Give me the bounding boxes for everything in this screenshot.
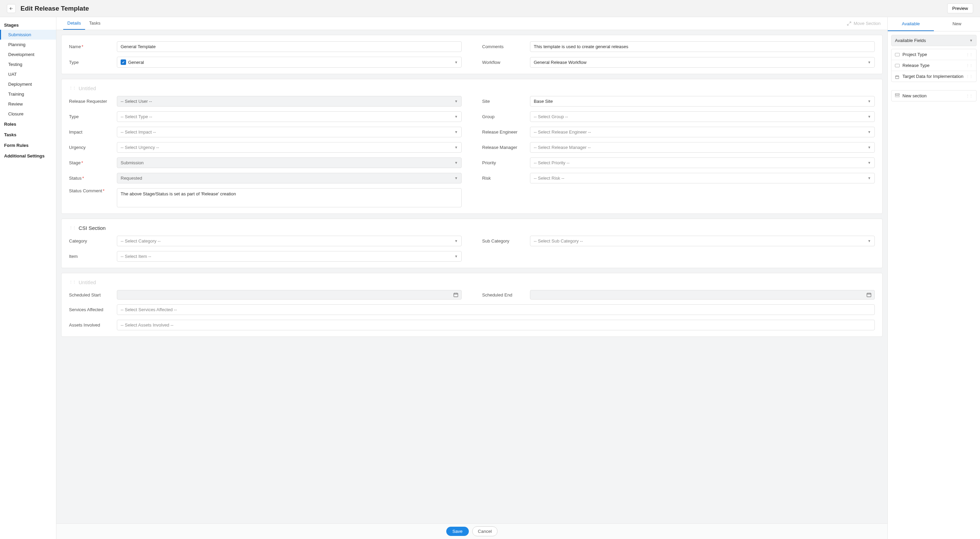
sidebar-item-uat[interactable]: UAT — [0, 69, 56, 79]
select-status[interactable]: Requested ▼ — [117, 173, 461, 183]
drag-handle-icon[interactable]: ⋮⋮ — [966, 94, 973, 98]
select-urgency[interactable]: -- Select Urgency -- ▼ — [117, 142, 461, 153]
right-panel: Available New Available Fields ▼ Project… — [888, 17, 980, 539]
label-scheduled-start: Scheduled Start — [69, 293, 117, 297]
select-item[interactable]: -- Select Item -- ▼ — [117, 251, 461, 262]
select-release-engineer[interactable]: -- Select Release Engineer -- ▼ — [530, 127, 875, 137]
input-services-affected[interactable]: -- Select Services Affected -- — [117, 304, 875, 315]
shield-icon: ✔ — [121, 59, 126, 65]
move-section-button[interactable]: Move Section — [847, 21, 881, 26]
select-release-requester[interactable]: -- Select User -- ▼ — [117, 96, 461, 107]
date-field-icon — [895, 75, 900, 78]
section-title: Untitled — [79, 85, 96, 91]
footer-bar: Save Cancel — [56, 523, 888, 539]
input-scheduled-start[interactable] — [117, 290, 461, 300]
drag-handle-icon[interactable]: ⋮⋮ — [69, 280, 76, 285]
right-tab-new[interactable]: New — [934, 17, 980, 31]
chevron-down-icon: ▼ — [867, 60, 871, 64]
drag-handle-icon[interactable]: ⋮⋮ — [69, 86, 76, 91]
chevron-down-icon: ▼ — [455, 99, 458, 103]
calendar-icon — [453, 292, 458, 297]
section-untitled-2: ⋮⋮ Untitled Scheduled Start Scheduled En… — [61, 273, 883, 337]
select-type[interactable]: ✔General ▼ — [117, 57, 461, 68]
chevron-down-icon: ▼ — [969, 38, 973, 42]
sidebar-item-additional-settings[interactable]: Additional Settings — [0, 151, 56, 161]
field-item-target-data[interactable]: Target Data for Implementation ⋮⋮ — [891, 71, 976, 82]
select-site[interactable]: Base Site ▼ — [530, 96, 875, 107]
drag-handle-icon[interactable]: ⋮⋮ — [966, 52, 973, 56]
section-title-csi: CSI Section — [79, 225, 106, 231]
tab-details[interactable]: Details — [63, 17, 85, 30]
input-assets-involved[interactable]: -- Select Assets Involved -- — [117, 320, 875, 330]
top-header: Edit Release Template Preview — [0, 0, 980, 17]
arrow-left-icon — [9, 6, 14, 11]
chevron-down-icon: ▼ — [455, 239, 458, 243]
sidebar-item-planning[interactable]: Planning — [0, 40, 56, 49]
label-category: Category — [69, 238, 117, 243]
preview-button[interactable]: Preview — [947, 3, 973, 13]
sidebar-item-testing[interactable]: Testing — [0, 59, 56, 69]
back-button[interactable] — [7, 4, 16, 13]
label-workflow: Workflow — [482, 60, 530, 65]
sidebar-item-development[interactable]: Development — [0, 49, 56, 59]
select-type2[interactable]: -- Select Type -- ▼ — [117, 111, 461, 122]
select-group[interactable]: -- Select Group -- ▼ — [530, 111, 875, 122]
sidebar: Stages Submission Planning Development T… — [0, 17, 56, 539]
available-fields-header[interactable]: Available Fields ▼ — [891, 35, 977, 46]
select-category[interactable]: -- Select Category -- ▼ — [117, 236, 461, 246]
select-release-manager[interactable]: -- Select Release Manager -- ▼ — [530, 142, 875, 153]
move-section-icon — [847, 21, 851, 26]
label-priority: Priority — [482, 160, 530, 165]
section-title: Untitled — [79, 280, 96, 285]
label-name: Name* — [69, 44, 117, 49]
section-untitled-1: ⋮⋮ Untitled Release Requester -- Select … — [61, 79, 883, 214]
label-release-engineer: Release Engineer — [482, 129, 530, 135]
label-services-affected: Services Affected — [69, 307, 117, 312]
chevron-down-icon: ▼ — [455, 130, 458, 134]
field-item-label: Target Data for Implementation — [902, 74, 963, 79]
textarea-status-comment[interactable]: The above Stage/Status is set as part of… — [117, 188, 461, 207]
label-release-manager: Release Manager — [482, 145, 530, 150]
text-field-icon — [895, 53, 900, 56]
select-risk[interactable]: -- Select Risk -- ▼ — [530, 173, 875, 183]
label-type2: Type — [69, 114, 117, 119]
input-name[interactable]: General Template — [117, 41, 461, 52]
new-section-item[interactable]: New section ⋮⋮ — [891, 90, 977, 102]
field-item-release-type[interactable]: Release Type ⋮⋮ — [891, 60, 976, 71]
sidebar-item-roles[interactable]: Roles — [0, 119, 56, 129]
sidebar-item-training[interactable]: Training — [0, 89, 56, 99]
sidebar-item-submission[interactable]: Submission — [0, 30, 56, 40]
input-scheduled-end[interactable] — [530, 290, 875, 300]
chevron-down-icon: ▼ — [867, 115, 871, 119]
available-fields-label: Available Fields — [895, 38, 926, 43]
sidebar-item-deployment[interactable]: Deployment — [0, 79, 56, 89]
text-field-icon — [895, 64, 900, 67]
select-priority[interactable]: -- Select Priority -- ▼ — [530, 157, 875, 168]
select-impact[interactable]: -- Select Impact -- ▼ — [117, 127, 461, 137]
select-workflow[interactable]: General Release Workflow ▼ — [530, 57, 875, 68]
page-title: Edit Release Template — [21, 5, 89, 12]
drag-handle-icon[interactable]: ⋮⋮ — [69, 226, 76, 230]
label-item: Item — [69, 254, 117, 259]
svg-rect-0 — [454, 293, 458, 297]
sidebar-item-closure[interactable]: Closure — [0, 109, 56, 119]
right-tab-available[interactable]: Available — [888, 17, 934, 31]
select-stage[interactable]: Submission ▼ — [117, 157, 461, 168]
sidebar-item-tasks[interactable]: Tasks — [0, 129, 56, 140]
sidebar-item-form-rules[interactable]: Form Rules — [0, 140, 56, 151]
chevron-down-icon: ▼ — [867, 146, 871, 149]
cancel-button[interactable]: Cancel — [472, 526, 498, 536]
drag-handle-icon[interactable]: ⋮⋮ — [966, 75, 973, 78]
save-button[interactable]: Save — [446, 527, 469, 536]
field-item-project-type[interactable]: Project Type ⋮⋮ — [891, 49, 976, 60]
input-comments[interactable]: This template is used to create general … — [530, 41, 875, 52]
chevron-down-icon: ▼ — [455, 161, 458, 165]
chevron-down-icon: ▼ — [455, 146, 458, 149]
section-csi: ⋮⋮ CSI Section Category -- Select Catego… — [61, 219, 883, 268]
tab-tasks[interactable]: Tasks — [85, 17, 105, 30]
drag-handle-icon[interactable]: ⋮⋮ — [966, 64, 973, 67]
sidebar-item-review[interactable]: Review — [0, 99, 56, 109]
select-sub-category[interactable]: -- Select Sub Category -- ▼ — [530, 236, 875, 246]
svg-rect-2 — [896, 75, 899, 79]
calendar-icon — [866, 292, 872, 297]
